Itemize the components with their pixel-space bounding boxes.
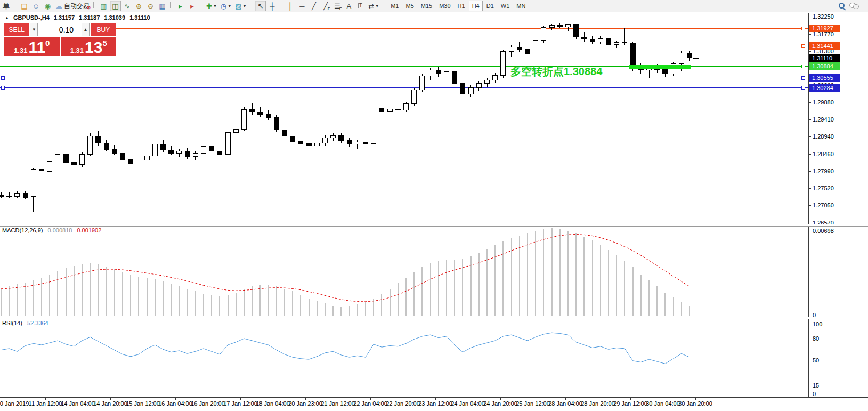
candle[interactable] xyxy=(371,106,376,146)
candle[interactable] xyxy=(671,62,676,76)
candle[interactable] xyxy=(112,145,117,155)
arrows-icon[interactable]: ⇄▼ xyxy=(367,1,380,11)
auto-scroll-icon[interactable]: ▸ xyxy=(175,1,186,11)
candle[interactable] xyxy=(525,46,530,57)
line-end-marker[interactable] xyxy=(801,86,805,90)
cursor-icon[interactable]: ↖ xyxy=(255,1,266,11)
buy-price-display[interactable]: 1.31135 xyxy=(61,37,117,56)
candle[interactable] xyxy=(404,102,409,112)
pane-separator[interactable] xyxy=(0,317,868,319)
candle[interactable] xyxy=(31,168,36,212)
candle[interactable] xyxy=(566,24,571,31)
indicators-icon[interactable]: ✚▼ xyxy=(205,1,218,11)
candle[interactable] xyxy=(420,74,425,92)
volume-decrease-button[interactable]: ▼ xyxy=(30,23,38,36)
vertical-line-icon[interactable]: │ xyxy=(285,1,296,11)
candle[interactable] xyxy=(476,81,481,91)
candle[interactable] xyxy=(144,155,149,218)
timeframe-button-mn[interactable]: MN xyxy=(513,1,529,11)
candle[interactable] xyxy=(412,88,417,106)
candle[interactable] xyxy=(7,192,12,198)
candle[interactable] xyxy=(161,140,166,152)
candle[interactable] xyxy=(468,85,473,97)
market-watch-icon[interactable]: ▤ xyxy=(19,1,30,11)
text-icon[interactable]: A xyxy=(343,1,354,11)
candle[interactable] xyxy=(136,158,141,168)
candle[interactable] xyxy=(63,152,68,166)
candle[interactable] xyxy=(557,23,562,28)
templates-icon[interactable]: ▨▼ xyxy=(233,1,248,11)
candle[interactable] xyxy=(436,67,441,77)
line-end-marker[interactable] xyxy=(1,76,4,79)
timeframe-button-w1[interactable]: W1 xyxy=(498,1,513,11)
candle[interactable] xyxy=(233,127,238,141)
candle[interactable] xyxy=(379,103,384,114)
new-order-button[interactable]: 单 xyxy=(1,1,12,11)
line-end-marker[interactable] xyxy=(801,27,805,30)
line-end-marker[interactable] xyxy=(801,76,805,79)
text-label-icon[interactable]: T xyxy=(355,1,366,11)
candle[interactable] xyxy=(622,28,627,45)
zoom-out-icon[interactable]: ⊖ xyxy=(145,1,156,11)
candle[interactable] xyxy=(274,115,279,132)
macd-pane-canvas[interactable] xyxy=(0,226,808,317)
candle[interactable] xyxy=(428,68,433,80)
pane-separator[interactable] xyxy=(0,224,868,227)
timeframe-button-d1[interactable]: D1 xyxy=(483,1,497,11)
candle[interactable] xyxy=(120,150,125,162)
candle[interactable] xyxy=(104,140,109,152)
candle[interactable] xyxy=(258,107,263,117)
candle[interactable] xyxy=(517,42,522,52)
candle[interactable] xyxy=(0,192,4,198)
candle[interactable] xyxy=(460,80,465,99)
candle[interactable] xyxy=(687,51,692,61)
line-chart-icon[interactable]: ∿ xyxy=(121,1,133,11)
timeframe-button-h4[interactable]: H4 xyxy=(469,1,483,11)
candle[interactable] xyxy=(606,36,611,46)
candle[interactable] xyxy=(96,131,101,146)
candle[interactable] xyxy=(590,36,595,44)
bar-chart-icon[interactable]: ▥ xyxy=(98,1,109,11)
fibonacci-icon[interactable]: ☰F xyxy=(331,1,343,11)
pivot-annotation-text[interactable]: 多空转折点1.30884 xyxy=(510,65,602,79)
candle[interactable] xyxy=(355,140,360,149)
candle[interactable] xyxy=(298,137,303,147)
candle[interactable] xyxy=(290,133,295,143)
chart-shift-icon[interactable]: ▸ xyxy=(186,1,198,11)
candlestick-chart-icon[interactable]: ◫ xyxy=(110,1,121,11)
candle[interactable] xyxy=(363,139,368,146)
timeframe-button-h1[interactable]: H1 xyxy=(455,1,468,11)
periods-icon[interactable]: ◷▼ xyxy=(219,1,233,11)
candle[interactable] xyxy=(185,148,190,159)
candle[interactable] xyxy=(485,78,490,87)
sell-button[interactable]: SELL xyxy=(4,23,29,36)
signals-icon[interactable]: ◉ xyxy=(42,1,53,11)
candle[interactable] xyxy=(574,24,579,39)
candle[interactable] xyxy=(387,106,392,115)
auto-trading-button[interactable]: ☁⊘自动交易 xyxy=(54,1,91,11)
candle[interactable] xyxy=(55,152,60,163)
candle[interactable] xyxy=(209,143,214,153)
candle[interactable] xyxy=(509,45,514,57)
candle[interactable] xyxy=(582,32,587,42)
equidistant-channel-icon[interactable]: ╱E xyxy=(320,1,331,11)
candle[interactable] xyxy=(314,141,319,149)
candle[interactable] xyxy=(47,160,52,174)
candle[interactable] xyxy=(39,158,44,187)
candle[interactable] xyxy=(225,131,230,157)
candle[interactable] xyxy=(71,158,76,168)
candle[interactable] xyxy=(169,146,174,156)
timeframe-button-m15[interactable]: M15 xyxy=(418,1,435,11)
timeframe-button-m30[interactable]: M30 xyxy=(436,1,453,11)
candle[interactable] xyxy=(452,69,457,85)
candle[interactable] xyxy=(598,36,603,44)
chat-icon[interactable] xyxy=(848,1,868,11)
candle[interactable] xyxy=(339,133,344,143)
candle[interactable] xyxy=(614,41,619,49)
candle[interactable] xyxy=(331,133,336,141)
candle[interactable] xyxy=(80,152,85,167)
candle[interactable] xyxy=(128,155,133,166)
candle[interactable] xyxy=(533,38,538,56)
candle[interactable] xyxy=(177,149,182,157)
line-end-marker[interactable] xyxy=(1,86,4,90)
